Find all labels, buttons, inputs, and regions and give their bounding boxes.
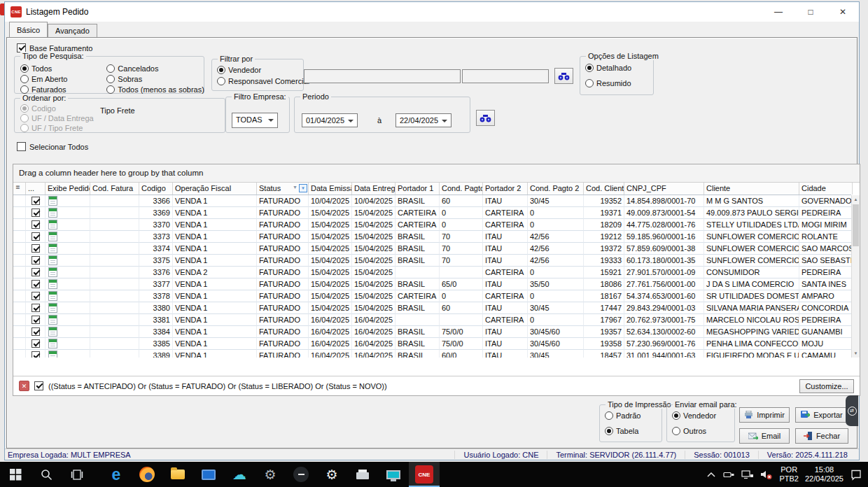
row-checkbox[interactable] [31, 197, 40, 205]
radio-vendedor[interactable]: Vendedor [217, 65, 309, 75]
exibe-pedido-icon[interactable] [48, 327, 57, 337]
table-row[interactable]: 3370VENDA 1FATURADO15/04/202515/04/2025C… [13, 219, 851, 231]
periodo-to-datepicker[interactable]: 22/04/2025 [396, 113, 451, 127]
table-row[interactable]: 3385VENDA 1FATURADO16/04/202516/04/2025B… [13, 338, 851, 350]
table-row[interactable]: 3389VENDA 1FATURADO16/04/202516/04/2025B… [13, 350, 851, 358]
buscar-vendedor-button[interactable] [554, 68, 573, 84]
radio-vendedor[interactable]: Vendedor [672, 411, 716, 421]
volume-muted-icon[interactable] [760, 469, 773, 480]
exibe-pedido-icon[interactable] [48, 267, 57, 277]
exibe-pedido-icon[interactable] [48, 244, 57, 253]
column-header-portador-2[interactable]: Portador 2 [483, 183, 528, 195]
taskbar-firefox[interactable] [132, 462, 162, 487]
radio-em-aberto[interactable]: Em Aberto [20, 74, 67, 84]
column-header-data-emiss-o[interactable]: Data Emissão [309, 183, 352, 195]
row-checkbox[interactable] [31, 220, 40, 229]
imprimir-button[interactable]: Imprimir [739, 407, 790, 423]
table-row[interactable]: 3373VENDA 1FATURADO15/04/202515/04/2025B… [13, 231, 851, 243]
column-header-exibe-pedido[interactable]: Exibe Pedido [46, 183, 90, 195]
column-header-data-entrega[interactable]: Data Entrega [352, 183, 396, 195]
start-button[interactable] [0, 462, 31, 487]
clock[interactable]: 15:08 22/04/2025 [805, 465, 844, 484]
maximize-button[interactable]: □ [794, 2, 827, 22]
taskbar-file-explorer[interactable] [162, 462, 193, 487]
column-header-codigo[interactable]: Codigo [139, 183, 173, 195]
column-header-opera-o-fiscal[interactable]: Operação Fiscal [173, 183, 257, 195]
exibe-pedido-icon[interactable] [48, 232, 57, 241]
vendedor-codigo-input[interactable] [304, 69, 461, 83]
network-icon[interactable] [741, 469, 754, 480]
exibe-pedido-icon[interactable] [48, 196, 57, 206]
radio-sobras[interactable]: Sobras [106, 74, 204, 84]
tab-avancado[interactable]: Avançado [48, 24, 97, 37]
radio-responsavel-comercial[interactable]: Responsavel Comercial [217, 76, 309, 86]
selecionar-todos-checkbox[interactable] [17, 142, 26, 151]
clear-filter-button[interactable]: ✕ [19, 381, 29, 391]
exibe-pedido-icon[interactable] [48, 291, 57, 301]
filter-enabled-checkbox[interactable] [34, 381, 43, 390]
row-checkbox[interactable] [31, 244, 40, 253]
column-header-cond-pagto1[interactable]: Cond. Pagto1 [440, 183, 483, 195]
table-row[interactable]: 3369VENDA 1FATURADO15/04/202515/04/2025C… [13, 207, 851, 219]
column-header-cidade[interactable]: Cidade [799, 183, 853, 195]
exibe-pedido-icon[interactable] [48, 220, 57, 230]
action-center-icon[interactable] [850, 469, 862, 481]
taskbar-cne-app[interactable]: CNE [409, 462, 440, 487]
status-filter-active-icon[interactable]: ▼ [299, 184, 307, 192]
row-checkbox[interactable] [31, 327, 40, 336]
exibe-pedido-icon[interactable] [48, 208, 57, 218]
taskbar-dark-circle-app[interactable] [286, 462, 316, 487]
exportar-button[interactable]: Exportar [795, 407, 848, 423]
taskbar-edge[interactable]: e [101, 462, 132, 487]
table-row[interactable]: 3377VENDA 1FATURADO15/04/202515/04/2025B… [13, 278, 851, 290]
language-indicator[interactable]: POR PTB2 [779, 465, 799, 484]
column-header-cod-fatura[interactable]: Cod. Fatura [90, 183, 139, 195]
table-row[interactable]: 3378VENDA 1FATURADO15/04/202515/04/2025C… [13, 290, 851, 302]
fechar-button[interactable]: Fechar [795, 428, 848, 444]
radio-padr-o[interactable]: Padrão [605, 411, 640, 421]
row-checkbox[interactable] [31, 304, 40, 312]
row-checkbox[interactable] [31, 292, 40, 300]
status-sort-funnel-icon[interactable]: ▼ [293, 185, 298, 190]
radio-todos-menos-as-sobras[interactable]: Todos (menos as sobras) [106, 85, 204, 94]
scroll-down-arrow[interactable]: ▼ [852, 349, 860, 358]
radio-faturados[interactable]: Faturados [20, 85, 67, 94]
filtro-empresa-select[interactable]: TODAS [232, 113, 278, 128]
group-by-bar[interactable]: Drag a column header here to group by th… [13, 164, 860, 183]
row-checkbox[interactable] [31, 256, 40, 264]
column-header-cod-cliente[interactable]: Cod. Cliente [584, 183, 624, 195]
column-header-portador-1[interactable]: Portador 1 [396, 183, 440, 195]
table-row[interactable]: 3375VENDA 1FATURADO15/04/202515/04/2025B… [13, 255, 851, 267]
buscar-periodo-button[interactable] [476, 110, 495, 126]
row-checkbox[interactable] [31, 232, 40, 241]
task-view-button[interactable] [62, 462, 92, 487]
hidden-icons-chevron[interactable] [706, 469, 717, 480]
exibe-pedido-icon[interactable] [48, 255, 57, 265]
column-header-[interactable]: ... [26, 183, 46, 195]
exibe-pedido-icon[interactable] [48, 351, 57, 358]
table-row[interactable]: 3384VENDA 1FATURADO16/04/202516/04/2025B… [13, 326, 851, 338]
close-button[interactable]: ✕ [827, 2, 859, 22]
side-panel-handle[interactable]: ⇄ [846, 395, 858, 426]
row-checkbox[interactable] [31, 209, 40, 217]
radio-detalhado[interactable]: Detalhado [585, 63, 631, 73]
radio-todos[interactable]: Todos [20, 64, 67, 73]
taskbar-printer-app[interactable] [347, 462, 378, 487]
usb-device-icon[interactable] [723, 469, 735, 480]
column-header-cnpj-cpf[interactable]: CNPJ_CPF [624, 183, 704, 195]
table-row[interactable]: 3376VENDA 2FATURADO15/04/202515/04/2025C… [13, 267, 851, 278]
radio-tabela[interactable]: Tabela [605, 426, 640, 436]
column-header-cond-pagto-2[interactable]: Cond. Pagto 2 [528, 183, 584, 195]
email-button[interactable]: Email [739, 428, 790, 444]
taskbar-settings[interactable]: ⚙ [316, 462, 347, 487]
exibe-pedido-icon[interactable] [48, 339, 57, 348]
scroll-up-arrow[interactable]: ▲ [852, 195, 860, 204]
row-checkbox[interactable] [31, 339, 40, 348]
radio-outros[interactable]: Outros [672, 426, 716, 436]
row-checkbox[interactable] [31, 351, 40, 358]
table-row[interactable]: 3366VENDA 1FATURADO10/04/202510/04/2025B… [13, 195, 851, 207]
tab-basico[interactable]: Básico [9, 22, 48, 37]
periodo-from-datepicker[interactable]: 01/04/2025 [302, 113, 358, 127]
taskbar-search-button[interactable] [31, 462, 62, 487]
scroll-thumb[interactable] [853, 204, 859, 246]
